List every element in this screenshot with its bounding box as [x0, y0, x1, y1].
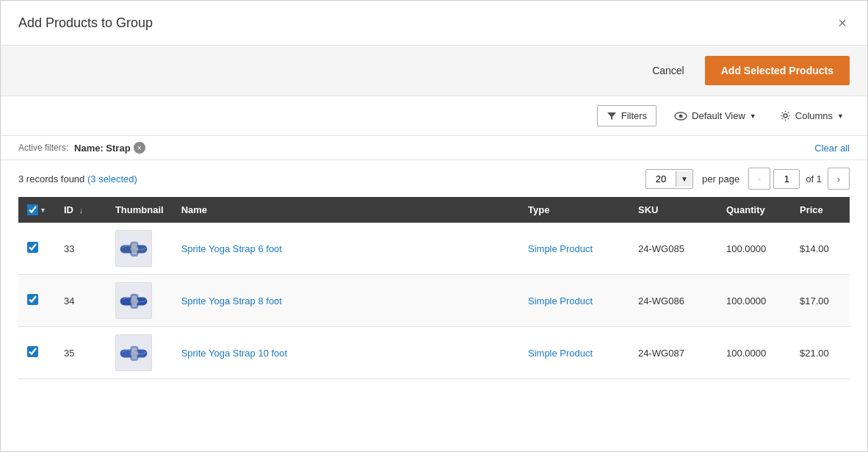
pagination-controls: 20 ▼ per page ‹ 1 of 1 ›: [645, 168, 850, 190]
row-name: Sprite Yoga Strap 8 foot: [173, 275, 519, 327]
per-page-select[interactable]: 20 ▼: [645, 169, 693, 189]
th-checkbox: ▼: [18, 197, 55, 223]
clear-all-button[interactable]: Clear all: [814, 143, 850, 154]
columns-label: Columns: [795, 110, 833, 121]
page-of-label: of 1: [806, 173, 822, 184]
close-button[interactable]: ×: [835, 12, 850, 33]
records-count: 3 records found: [18, 173, 84, 184]
row-type: Simple Product: [519, 327, 629, 379]
row-quantity: 100.0000: [717, 223, 791, 275]
table-body: 33 Sprite Yoga Strap 6 foot Simple Produ…: [18, 223, 850, 379]
view-button[interactable]: Default View ▼: [668, 106, 762, 126]
per-page-input[interactable]: 20: [646, 170, 676, 188]
row-type: Simple Product: [519, 275, 629, 327]
id-sort-icon[interactable]: ↓: [79, 206, 84, 215]
row-checkbox[interactable]: [27, 346, 38, 357]
toolbar: Filters Default View ▼ Columns ▼: [1, 96, 867, 135]
eye-icon: [674, 111, 687, 121]
products-table: ▼ ID ↓ Thumbnail Name Type: [18, 197, 850, 379]
th-type: Type: [519, 197, 629, 223]
pagination-bar: 3 records found (3 selected) 20 ▼ per pa…: [1, 160, 867, 197]
table-container: ▼ ID ↓ Thumbnail Name Type: [1, 197, 867, 397]
filter-tag-text: Name: Strap: [74, 143, 131, 154]
strap-svg: [117, 232, 151, 265]
next-page-button[interactable]: ›: [828, 168, 850, 190]
row-checkbox-cell: [18, 275, 55, 327]
columns-button[interactable]: Columns ▼: [774, 106, 850, 126]
modal-header: Add Products to Group ×: [1, 1, 867, 46]
action-bar: Cancel Add Selected Products: [1, 46, 867, 96]
filters-bar: Active filters: Name: Strap × Clear all: [1, 135, 867, 160]
page-number-input[interactable]: 1: [773, 169, 800, 189]
row-checkbox-cell: [18, 327, 55, 379]
row-id: 33: [55, 223, 106, 275]
th-quantity: Quantity: [717, 197, 791, 223]
row-checkbox-cell: [18, 223, 55, 275]
prev-page-button[interactable]: ‹: [748, 168, 770, 190]
th-id: ID ↓: [55, 197, 106, 223]
table-header-row: ▼ ID ↓ Thumbnail Name Type: [18, 197, 850, 223]
product-name-link[interactable]: Sprite Yoga Strap 8 foot: [181, 295, 282, 306]
select-all-checkbox[interactable]: [27, 204, 38, 215]
row-sku: 24-WG086: [629, 275, 717, 327]
active-filters-label: Active filters:: [18, 143, 68, 153]
row-sku: 24-WG085: [629, 223, 717, 275]
row-price: $14.00: [791, 223, 850, 275]
strap-svg: [117, 336, 151, 370]
filter-tag-remove-button[interactable]: ×: [134, 142, 145, 154]
product-name-link[interactable]: Sprite Yoga Strap 10 foot: [181, 348, 288, 359]
modal-title: Add Products to Group: [18, 15, 153, 31]
row-price: $21.00: [791, 327, 850, 379]
filter-tag: Name: Strap ×: [74, 142, 145, 154]
per-page-dropdown-icon[interactable]: ▼: [676, 171, 692, 187]
row-checkbox[interactable]: [27, 242, 38, 253]
product-image: [115, 282, 152, 319]
columns-chevron-icon: ▼: [837, 112, 844, 120]
table-row: 34 Sprite Yoga Strap 8 foot Simple Produ…: [18, 275, 850, 327]
table-row: 33 Sprite Yoga Strap 6 foot Simple Produ…: [18, 223, 850, 275]
filters-button[interactable]: Filters: [597, 105, 657, 126]
gear-icon: [780, 110, 791, 121]
modal-container: Add Products to Group × Cancel Add Selec…: [0, 0, 868, 452]
th-name-label: Name: [181, 204, 207, 215]
row-name: Sprite Yoga Strap 6 foot: [173, 223, 519, 275]
add-selected-button[interactable]: Add Selected Products: [705, 56, 850, 85]
records-selected: (3 selected): [87, 173, 137, 184]
row-thumbnail: [106, 327, 173, 379]
product-image: [115, 230, 152, 267]
row-quantity: 100.0000: [717, 275, 791, 327]
th-id-label: ID: [64, 204, 73, 215]
product-name-link[interactable]: Sprite Yoga Strap 6 foot: [181, 243, 282, 254]
cancel-button[interactable]: Cancel: [640, 59, 696, 82]
product-type-link[interactable]: Simple Product: [528, 243, 593, 254]
product-type-link[interactable]: Simple Product: [528, 348, 593, 359]
svg-point-1: [679, 114, 683, 118]
row-id: 34: [55, 275, 106, 327]
th-sku-label: SKU: [638, 204, 658, 215]
row-price: $17.00: [791, 275, 850, 327]
row-sku: 24-WG087: [629, 327, 717, 379]
row-thumbnail: [106, 275, 173, 327]
product-image: [115, 334, 152, 371]
svg-point-2: [784, 114, 787, 118]
product-type-link[interactable]: Simple Product: [528, 295, 593, 306]
view-chevron-icon: ▼: [750, 112, 756, 120]
select-all-dropdown-icon[interactable]: ▼: [40, 207, 46, 214]
filter-icon: [607, 111, 617, 121]
row-name: Sprite Yoga Strap 10 foot: [173, 327, 519, 379]
th-type-label: Type: [528, 204, 549, 215]
th-sku: SKU: [629, 197, 717, 223]
th-quantity-label: Quantity: [726, 204, 765, 215]
active-filters: Active filters: Name: Strap ×: [18, 142, 145, 154]
th-price-label: Price: [800, 204, 823, 215]
per-page-label: per page: [702, 173, 739, 184]
table-row: 35 Sprite Yoga Strap 10 foot Simple Prod…: [18, 327, 850, 379]
th-name: Name: [173, 197, 519, 223]
row-thumbnail: [106, 223, 173, 275]
row-quantity: 100.0000: [717, 327, 791, 379]
row-id: 35: [55, 327, 106, 379]
th-price: Price: [791, 197, 850, 223]
row-checkbox[interactable]: [27, 294, 38, 305]
filters-label: Filters: [621, 110, 647, 121]
records-info: 3 records found (3 selected): [18, 173, 137, 184]
